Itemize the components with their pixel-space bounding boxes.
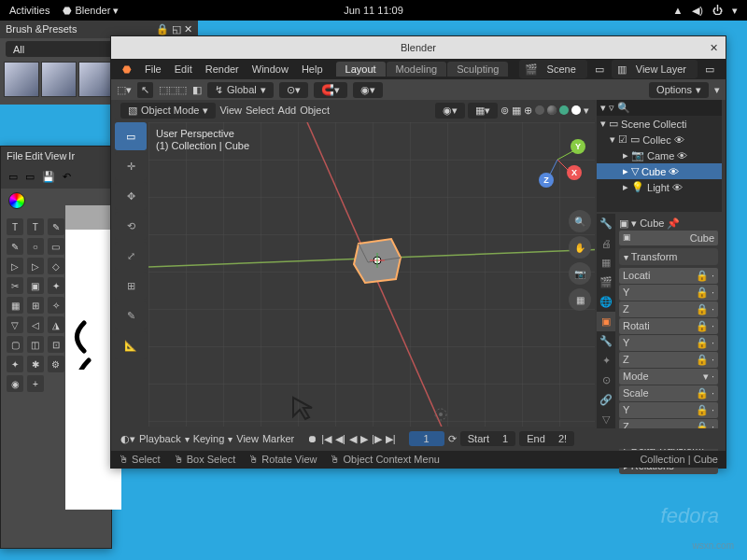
ptab-world[interactable]: 🌐 — [597, 292, 615, 312]
volume-icon[interactable]: ◀) — [692, 5, 703, 17]
sync-icon[interactable]: ⟳ — [448, 433, 457, 445]
measure-tool[interactable]: 📐 — [115, 331, 147, 359]
tab-layout[interactable]: Layout — [336, 62, 386, 77]
timeline-editor[interactable]: ◐▾ — [120, 433, 135, 445]
tool-icon[interactable]: ▢ — [7, 336, 23, 353]
open-icon[interactable]: ▭ — [25, 171, 35, 183]
tool-icon[interactable]: ▽ — [7, 316, 23, 333]
shade-solid[interactable] — [547, 105, 557, 115]
menu-ir[interactable]: Ir — [68, 150, 75, 161]
tool-icon[interactable]: ◁ — [27, 316, 44, 333]
chevron-down-icon[interactable]: ▾ — [732, 5, 738, 17]
menu-help[interactable]: Help — [296, 62, 329, 77]
tool-icon[interactable]: ✂ — [7, 277, 23, 294]
network-icon[interactable]: ▲ — [672, 5, 683, 17]
menu-edit[interactable]: Edit — [25, 150, 43, 161]
power-icon[interactable]: ⏻ — [712, 5, 723, 17]
play-rev-icon[interactable]: ◀ — [349, 433, 357, 445]
ptab-view[interactable]: ▦ — [597, 253, 615, 273]
select-box-tool[interactable]: ▭ — [115, 122, 147, 150]
current-frame[interactable]: 1 — [409, 431, 444, 446]
toggle-sidebar-icon[interactable]: ▾ — [714, 84, 720, 96]
scale-x[interactable]: Scale🔒 · — [619, 385, 718, 401]
blender-logo-icon[interactable]: ⬣ — [117, 62, 137, 77]
outliner-camera[interactable]: ▸ 📷 Came 👁 — [597, 147, 722, 163]
shade-matprev[interactable] — [559, 105, 569, 115]
scale-y[interactable]: Y🔒 · — [619, 402, 718, 418]
new-icon[interactable]: ▭ — [8, 171, 18, 183]
tool-icon[interactable]: T — [7, 218, 23, 235]
editor-select[interactable]: ⬚▾ — [117, 84, 132, 96]
tool-icon[interactable]: ✎ — [7, 238, 23, 255]
transform-tool[interactable]: ⊞ — [115, 272, 147, 300]
timeline-view[interactable]: View — [236, 433, 259, 444]
jump-start-icon[interactable]: |◀ — [321, 433, 331, 445]
tool-icon[interactable]: ▣ — [27, 277, 44, 294]
undo-icon[interactable]: ↶ — [63, 171, 71, 183]
tool-icon[interactable]: T — [27, 218, 44, 235]
tab-sculpting[interactable]: Sculpting — [447, 62, 508, 77]
viewlayer-select[interactable]: ▥ View Layer — [612, 60, 698, 78]
end-frame[interactable]: End 2! — [519, 431, 574, 446]
menu-view[interactable]: View — [45, 150, 67, 161]
tool-icon[interactable]: ○ — [27, 238, 44, 255]
wireframe-icon[interactable]: ⊕ — [524, 105, 532, 117]
save-icon[interactable]: 💾 — [42, 171, 55, 183]
pan-icon[interactable]: ✋ — [569, 236, 591, 259]
cursor-tool-icon[interactable]: ↖ — [137, 82, 153, 98]
ptab-particle[interactable]: ✦ — [597, 351, 615, 371]
timeline-keying[interactable]: Keying — [193, 433, 225, 444]
outliner-collection[interactable]: ▾ ☑ ▭ Collec 👁 — [597, 132, 722, 147]
nav-gizmo[interactable]: Y X Z — [529, 132, 585, 188]
timeline-playback[interactable]: Playback — [139, 433, 181, 444]
shade-rendered[interactable] — [571, 105, 581, 115]
close-icon[interactable]: ✕ — [710, 42, 718, 54]
brush-thumb[interactable] — [78, 62, 114, 97]
scale-tool[interactable]: ⤢ — [115, 242, 147, 270]
vh-select[interactable]: Select — [246, 105, 275, 116]
vh-add[interactable]: Add — [278, 105, 297, 116]
tool-icon[interactable]: ✱ — [27, 356, 44, 372]
tool-icon[interactable]: ⊡ — [48, 336, 64, 353]
location-y[interactable]: Y🔒 · — [619, 285, 718, 301]
ptab-output[interactable]: 🖨 — [597, 233, 615, 253]
outliner-cube[interactable]: ▸ ▽ Cube 👁 — [597, 163, 722, 179]
tool-icon[interactable]: ⚙ — [48, 356, 64, 372]
tool-icon[interactable]: ✧ — [48, 297, 64, 314]
tool-icon[interactable]: ▦ — [7, 297, 23, 314]
color-swatch[interactable] — [8, 192, 25, 209]
autokey-icon[interactable]: ⏺ — [307, 433, 317, 444]
camera-icon[interactable]: 📷 — [569, 262, 591, 285]
overlay-select[interactable]: ◉▾ — [435, 103, 465, 119]
clock[interactable]: Jun 11 11:09 — [344, 5, 403, 16]
tool-icon[interactable]: ✦ — [48, 277, 64, 294]
rotation-z[interactable]: Z🔒 · — [619, 352, 718, 368]
menu-window[interactable]: Window — [247, 62, 294, 77]
proportional[interactable]: ◉▾ — [353, 82, 383, 98]
menu-file[interactable]: File — [7, 150, 23, 161]
scene-select[interactable]: 🎬 Scene — [519, 60, 587, 78]
mirror-icon[interactable]: ◧ — [192, 84, 202, 96]
tool-icon[interactable]: ⊞ — [27, 297, 44, 314]
play-icon[interactable]: ▶ — [360, 433, 368, 445]
keyframe-prev-icon[interactable]: ◀| — [335, 433, 345, 445]
tool-icon[interactable]: ✎ — [48, 218, 64, 235]
rotation-mode[interactable]: Mode▾ · — [619, 369, 718, 385]
tool-icon[interactable]: ◇ — [48, 258, 64, 274]
tab-modeling[interactable]: Modeling — [387, 62, 447, 77]
rotation-y[interactable]: Y🔒 · — [619, 335, 718, 351]
vh-view[interactable]: View — [219, 105, 242, 116]
tool-icon[interactable]: ◮ — [48, 316, 64, 333]
annotate-tool[interactable]: ✎ — [115, 301, 147, 329]
outliner-light[interactable]: ▸ 💡 Light 👁 — [597, 179, 722, 195]
snap[interactable]: 🧲▾ — [314, 82, 347, 98]
ptab-physics[interactable]: ⊙ — [597, 371, 615, 390]
keyframe-next-icon[interactable]: |▶ — [372, 433, 382, 445]
ptab-render[interactable]: 🔧 — [597, 214, 615, 233]
overlay-icon[interactable]: ⊚ — [500, 105, 509, 117]
zoom-icon[interactable]: 🔍 — [569, 210, 591, 232]
location-z[interactable]: Z🔒 · — [619, 301, 718, 317]
options-button[interactable]: Options ▾ — [649, 82, 709, 98]
ortho-icon[interactable]: ▦ — [569, 288, 591, 311]
float-icon[interactable]: ◱ — [172, 23, 181, 35]
